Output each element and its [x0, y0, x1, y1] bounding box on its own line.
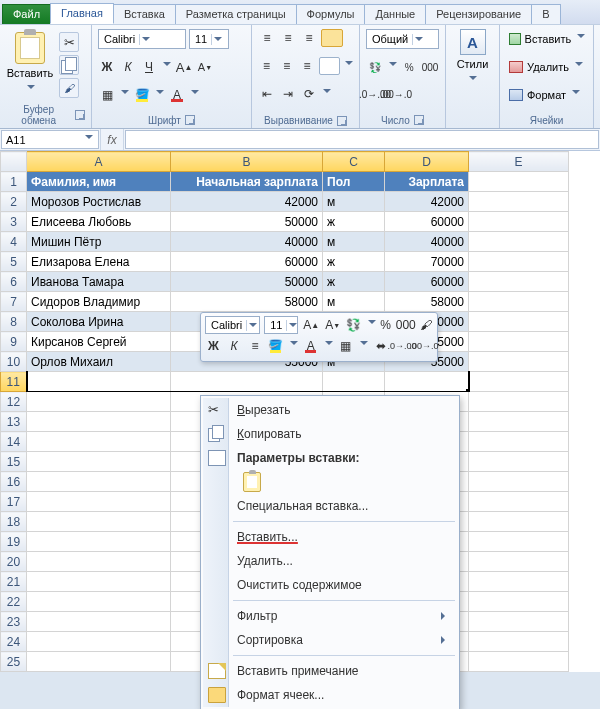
chevron-down-icon[interactable]	[286, 320, 295, 331]
cell[interactable]: 60000	[385, 212, 469, 232]
ctx-cut[interactable]: Вырезать	[203, 398, 457, 422]
chevron-down-icon[interactable]	[189, 87, 200, 103]
dialog-launcher-icon[interactable]	[337, 116, 347, 126]
chevron-down-icon[interactable]	[387, 59, 398, 75]
borders-button[interactable]: ▦	[98, 86, 116, 104]
cell[interactable]	[469, 412, 569, 432]
cell[interactable]	[27, 552, 171, 572]
cell[interactable]	[469, 452, 569, 472]
cell[interactable]	[469, 312, 569, 332]
ctx-paste-special[interactable]: Специальная вставка...	[203, 494, 457, 518]
align-left-button[interactable]: ≡	[258, 57, 275, 75]
cell[interactable]	[469, 512, 569, 532]
ctx-format-cells[interactable]: Формат ячеек...	[203, 683, 457, 707]
col-header-b[interactable]: B	[171, 152, 323, 172]
cell[interactable]	[469, 352, 569, 372]
tab-file[interactable]: Файл	[2, 4, 51, 24]
cell[interactable]: 60000	[171, 252, 323, 272]
cell[interactable]	[27, 572, 171, 592]
cell[interactable]: 50000	[171, 212, 323, 232]
cell[interactable]	[469, 252, 569, 272]
row-header[interactable]: 15	[1, 452, 27, 472]
cell[interactable]	[27, 472, 171, 492]
cell[interactable]	[469, 592, 569, 612]
row-header[interactable]: 16	[1, 472, 27, 492]
cell[interactable]	[469, 272, 569, 292]
cell[interactable]	[469, 492, 569, 512]
col-header-c[interactable]: C	[323, 152, 385, 172]
cell[interactable]	[469, 532, 569, 552]
chevron-down-icon[interactable]	[323, 338, 333, 354]
cell[interactable]	[27, 632, 171, 652]
chevron-down-icon[interactable]	[570, 87, 581, 103]
formula-input[interactable]	[125, 130, 599, 149]
cell[interactable]	[27, 432, 171, 452]
row-header[interactable]: 18	[1, 512, 27, 532]
row-header[interactable]: 25	[1, 652, 27, 672]
bold-button[interactable]: Ж	[98, 58, 116, 76]
dialog-launcher-icon[interactable]	[75, 110, 85, 120]
delete-cells-button[interactable]: Удалить	[506, 57, 587, 77]
decrease-indent-button[interactable]: ⇤	[258, 85, 276, 103]
cell[interactable]	[469, 552, 569, 572]
row-header[interactable]: 20	[1, 552, 27, 572]
cell[interactable]	[27, 412, 171, 432]
row-header[interactable]: 4	[1, 232, 27, 252]
chevron-down-icon[interactable]	[575, 31, 584, 47]
tab-page-layout[interactable]: Разметка страницы	[175, 4, 297, 24]
comma-style-button[interactable]: 000	[397, 316, 415, 334]
row-header[interactable]: 22	[1, 592, 27, 612]
cell[interactable]: 42000	[171, 192, 323, 212]
cell[interactable]: 60000	[385, 272, 469, 292]
col-header-a[interactable]: A	[27, 152, 171, 172]
cell[interactable]	[469, 172, 569, 192]
row-header[interactable]: 12	[1, 392, 27, 412]
row-header[interactable]: 2	[1, 192, 27, 212]
cell[interactable]	[171, 372, 323, 392]
wrap-text-button[interactable]	[321, 29, 343, 47]
tab-data[interactable]: Данные	[364, 4, 426, 24]
cell[interactable]	[27, 452, 171, 472]
chevron-down-icon[interactable]	[366, 317, 374, 333]
font-size-combo[interactable]: 11	[189, 29, 229, 49]
row-header[interactable]: 11	[1, 372, 27, 392]
cell[interactable]: Зарплата	[385, 172, 469, 192]
fx-button[interactable]: fx	[100, 129, 124, 150]
tab-insert[interactable]: Вставка	[113, 4, 176, 24]
cut-button[interactable]	[59, 32, 79, 52]
mini-font-combo[interactable]: Calibri	[205, 316, 260, 334]
cell[interactable]	[469, 392, 569, 412]
align-center-button[interactable]: ≡	[247, 337, 264, 355]
cell[interactable]: 40000	[171, 232, 323, 252]
align-middle-button[interactable]: ≡	[279, 29, 297, 47]
chevron-down-icon[interactable]	[358, 338, 368, 354]
ctx-sort[interactable]: Сортировка	[203, 628, 457, 652]
name-box[interactable]: A11	[1, 130, 99, 149]
chevron-down-icon[interactable]	[573, 59, 584, 75]
cell[interactable]	[469, 612, 569, 632]
chevron-down-icon[interactable]	[83, 132, 94, 148]
currency-button[interactable]: 💱	[345, 316, 362, 334]
paste-button[interactable]: Вставить	[6, 29, 54, 101]
cell[interactable]: м	[323, 192, 385, 212]
cell[interactable]: Кирсанов Сергей	[27, 332, 171, 352]
underline-button[interactable]: Ч	[140, 58, 158, 76]
format-painter-button[interactable]: 🖌	[419, 316, 433, 334]
row-header[interactable]: 24	[1, 632, 27, 652]
font-color-button[interactable]: A	[168, 86, 186, 104]
ctx-clear[interactable]: Очистить содержимое	[203, 573, 457, 597]
select-all-corner[interactable]	[1, 152, 27, 172]
align-bottom-button[interactable]: ≡	[300, 29, 318, 47]
chevron-down-icon[interactable]	[412, 34, 423, 45]
cell[interactable]: 50000	[171, 272, 323, 292]
align-center-button[interactable]: ≡	[278, 57, 295, 75]
cell[interactable]: 58000	[171, 292, 323, 312]
cell[interactable]: 58000	[385, 292, 469, 312]
cell[interactable]	[469, 232, 569, 252]
grow-font-button[interactable]: A▲	[302, 316, 320, 334]
styles-button[interactable]: Стили	[452, 29, 494, 89]
align-right-button[interactable]: ≡	[298, 57, 315, 75]
cell[interactable]: Пол	[323, 172, 385, 192]
insert-cells-button[interactable]: Вставить	[506, 29, 587, 49]
align-top-button[interactable]: ≡	[258, 29, 276, 47]
